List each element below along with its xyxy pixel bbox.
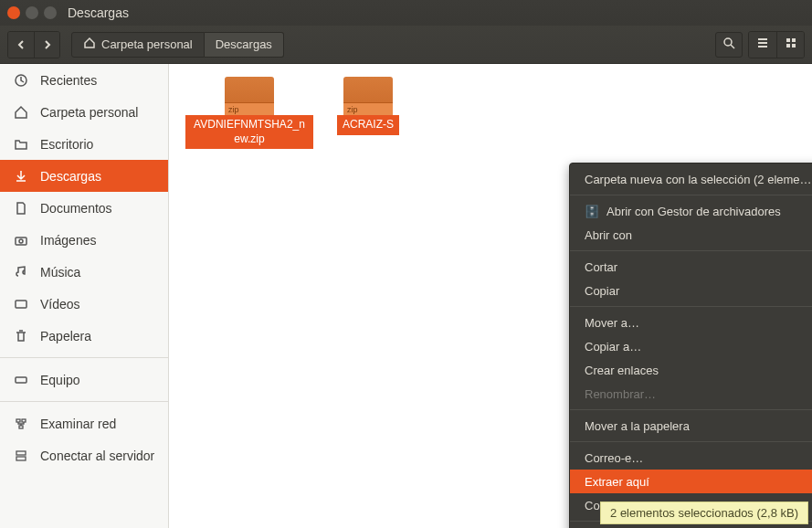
context-menu-separator	[570, 306, 812, 307]
window-title: Descargas	[68, 5, 129, 20]
zip-archive-icon	[225, 77, 274, 115]
svg-rect-18	[16, 457, 26, 460]
disk-icon	[13, 372, 29, 388]
archive-app-icon: 🗄️	[585, 205, 599, 218]
camera-icon	[13, 232, 29, 248]
sidebar-label: Papelera	[40, 329, 91, 343]
file-name-label: ACRAIZ-S	[337, 115, 399, 135]
ctx-copy-to[interactable]: Copiar a…	[570, 334, 812, 358]
ctx-copy[interactable]: Copiar	[570, 279, 812, 302]
breadcrumb-label: Descargas	[216, 37, 272, 51]
sidebar-label: Recientes	[40, 73, 97, 88]
sidebar-item-downloads[interactable]: Descargas	[0, 160, 168, 192]
context-menu-separator	[570, 250, 812, 251]
view-mode-buttons	[748, 31, 805, 58]
sidebar-label: Examinar red	[40, 417, 116, 431]
sidebar-item-videos[interactable]: Vídeos	[0, 288, 168, 320]
sidebar-item-connect-server[interactable]: Conectar al servidor	[0, 439, 168, 471]
sidebar-label: Documentos	[40, 201, 112, 216]
sidebar-item-recent[interactable]: Recientes	[0, 64, 168, 96]
ctx-create-links[interactable]: Crear enlaces	[570, 358, 812, 382]
server-icon	[13, 448, 29, 464]
sidebar-label: Música	[40, 265, 80, 280]
ctx-new-folder-selection[interactable]: Carpeta nueva con la selección (2 eleme…	[570, 167, 812, 191]
svg-rect-10	[16, 238, 26, 245]
list-icon	[756, 37, 769, 53]
sidebar-label: Conectar al servidor	[40, 449, 154, 463]
ctx-open-with[interactable]: Abrir con▸	[570, 223, 812, 247]
svg-line-1	[731, 45, 734, 48]
breadcrumb-current[interactable]: Descargas	[205, 32, 284, 58]
sidebar-item-network[interactable]: Examinar red	[0, 407, 168, 439]
sidebar-label: Escritorio	[40, 137, 93, 152]
network-icon	[13, 416, 29, 432]
status-text: 2 elementos seleccionados (2,8 kB)	[610, 506, 798, 520]
sidebar-item-trash[interactable]: Papelera	[0, 320, 168, 352]
file-item[interactable]: AVDNIEFNMTSHA2_new.zip	[185, 77, 313, 149]
file-item[interactable]: ACRAIZ-S	[337, 77, 399, 135]
clock-icon	[13, 72, 29, 89]
folder-icon	[13, 136, 29, 153]
main-area: Recientes Carpeta personal Escritorio De…	[0, 64, 812, 528]
sidebar-item-computer[interactable]: Equipo	[0, 364, 168, 396]
window-minimize-button[interactable]	[26, 6, 38, 19]
window-maximize-button[interactable]	[44, 6, 57, 19]
sidebar-item-pictures[interactable]: Imágenes	[0, 224, 168, 256]
content-area[interactable]: AVDNIEFNMTSHA2_new.zip ACRAIZ-S Carpeta …	[169, 64, 812, 528]
nav-buttons	[7, 31, 60, 58]
ctx-open-archive-manager[interactable]: 🗄️Abrir con Gestor de archivadores	[570, 199, 812, 223]
ctx-rename: Renombrar…	[570, 382, 812, 406]
ctx-email[interactable]: Correo-e…	[570, 446, 812, 470]
sidebar-label: Imágenes	[40, 233, 96, 248]
sidebar-item-documents[interactable]: Documentos	[0, 192, 168, 224]
svg-rect-12	[16, 301, 26, 308]
breadcrumb-home[interactable]: Carpeta personal	[71, 32, 205, 58]
context-menu-separator	[570, 441, 812, 442]
home-icon	[13, 104, 29, 121]
svg-rect-17	[16, 451, 26, 455]
svg-point-11	[19, 239, 23, 243]
trash-icon	[13, 328, 29, 344]
document-icon	[13, 200, 29, 216]
grid-view-button[interactable]	[776, 32, 804, 58]
breadcrumb-label: Carpeta personal	[101, 37, 193, 51]
zip-archive-icon	[343, 77, 393, 115]
status-bar: 2 elementos seleccionados (2,8 kB)	[600, 502, 808, 524]
svg-rect-6	[792, 38, 796, 42]
ctx-move-to[interactable]: Mover a…	[570, 311, 812, 334]
sidebar: Recientes Carpeta personal Escritorio De…	[0, 64, 169, 528]
svg-point-0	[724, 38, 732, 46]
svg-rect-7	[786, 44, 790, 48]
svg-rect-15	[22, 419, 26, 422]
back-button[interactable]	[8, 32, 34, 58]
list-view-button[interactable]	[749, 32, 776, 58]
ctx-extract-here[interactable]: Extraer aquí	[570, 470, 812, 493]
grid-icon	[785, 37, 797, 53]
search-button[interactable]	[715, 32, 743, 58]
sidebar-item-desktop[interactable]: Escritorio	[0, 128, 168, 160]
svg-rect-5	[786, 38, 790, 42]
search-icon	[722, 37, 735, 53]
forward-button[interactable]	[34, 32, 59, 58]
context-menu-separator	[570, 409, 812, 410]
svg-rect-16	[19, 426, 23, 428]
sidebar-divider	[0, 357, 168, 358]
window-close-button[interactable]	[7, 6, 20, 19]
home-icon	[83, 37, 96, 52]
file-name-label: AVDNIEFNMTSHA2_new.zip	[185, 115, 313, 149]
ctx-move-trash[interactable]: Mover a la papelera	[570, 414, 812, 438]
download-icon	[13, 168, 29, 185]
sidebar-label: Descargas	[40, 169, 101, 184]
sidebar-label: Equipo	[40, 373, 80, 387]
svg-rect-14	[16, 419, 20, 422]
breadcrumb: Carpeta personal Descargas	[71, 32, 284, 58]
svg-rect-13	[16, 377, 26, 383]
context-menu: Carpeta nueva con la selección (2 eleme……	[569, 163, 812, 528]
sidebar-item-music[interactable]: Música	[0, 256, 168, 288]
toolbar: Carpeta personal Descargas	[0, 26, 812, 64]
sidebar-label: Carpeta personal	[40, 105, 138, 120]
sidebar-divider	[0, 401, 168, 402]
music-icon	[13, 264, 29, 280]
ctx-cut[interactable]: Cortar	[570, 255, 812, 279]
sidebar-item-home[interactable]: Carpeta personal	[0, 96, 168, 128]
